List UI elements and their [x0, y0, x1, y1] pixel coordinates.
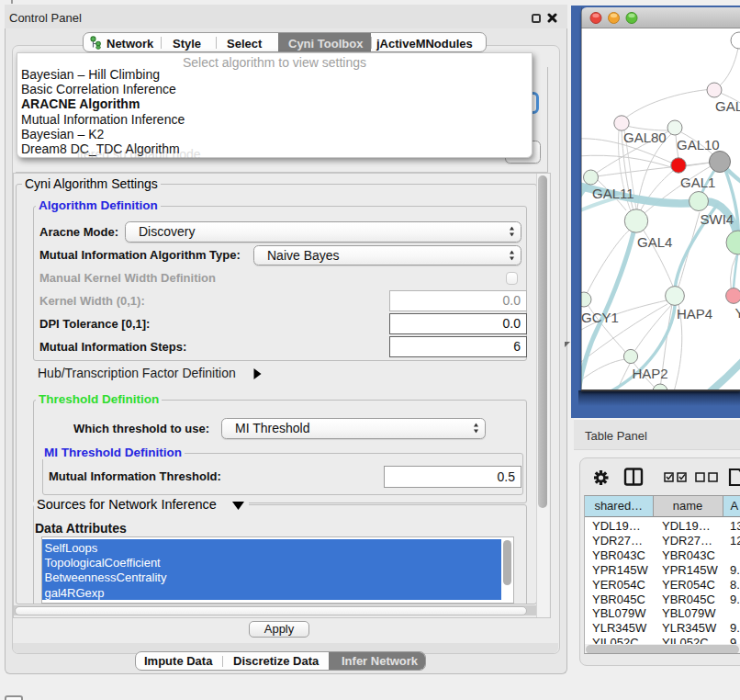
svg-text:HAP4: HAP4 — [677, 306, 712, 322]
svg-text:SWI4: SWI4 — [701, 211, 734, 227]
svg-text:GAL7: GAL7 — [715, 98, 740, 114]
svg-text:GAL80: GAL80 — [623, 130, 667, 145]
svg-text:HAP2: HAP2 — [633, 366, 668, 381]
svg-text:Y: Y — [735, 305, 740, 321]
svg-text:GAL11: GAL11 — [592, 186, 634, 201]
svg-text:GAL10: GAL10 — [677, 137, 720, 152]
svg-text:GAL1: GAL1 — [680, 175, 715, 190]
svg-text:GCY1: GCY1 — [581, 310, 619, 325]
svg-text:GAL4: GAL4 — [637, 234, 672, 250]
